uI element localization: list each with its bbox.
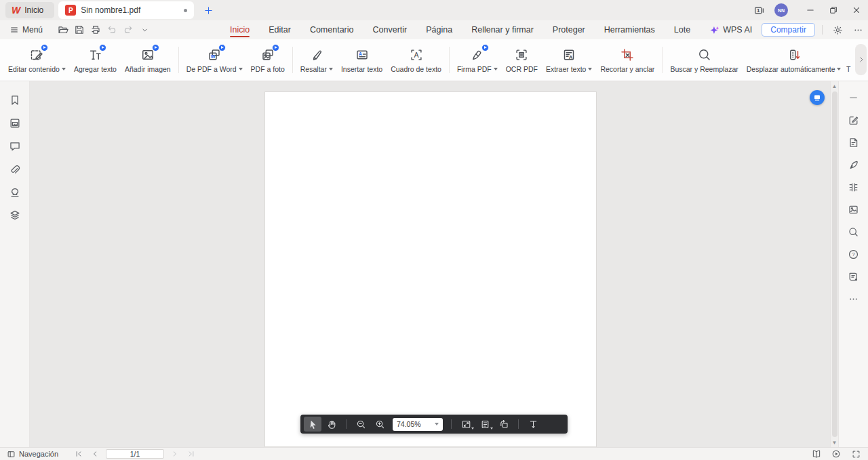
- document-summary-icon[interactable]: [847, 135, 861, 149]
- toolbar-button-extraer-texto[interactable]: AExtraer texto: [542, 39, 597, 81]
- more-options-icon[interactable]: [850, 22, 867, 37]
- toolbar-button-label: Resaltar: [300, 65, 327, 73]
- attachments-icon[interactable]: [8, 163, 22, 176]
- more-tools-icon[interactable]: [847, 292, 861, 306]
- minimize-button[interactable]: [799, 0, 822, 20]
- zoom-in-button[interactable]: [371, 417, 389, 432]
- dropdown-caret-icon: [471, 427, 474, 430]
- close-button[interactable]: [845, 0, 868, 20]
- first-page-button[interactable]: [73, 449, 84, 459]
- bookmarks-icon[interactable]: [8, 93, 22, 107]
- dropdown-caret-icon: [837, 68, 841, 70]
- expand-toolbar-button[interactable]: [855, 44, 867, 75]
- toolbar-button-añadir-imagen[interactable]: Añadir imagen: [121, 39, 175, 81]
- toolbar-button-desplazar-automáticamente[interactable]: Desplazar automáticamente: [743, 39, 846, 81]
- select-tool-button[interactable]: [304, 417, 321, 432]
- new-tab-button[interactable]: [203, 5, 214, 16]
- scroll-down-icon[interactable]: ▼: [832, 438, 837, 447]
- text-box-icon: A: [410, 48, 423, 62]
- next-page-button[interactable]: [170, 449, 180, 459]
- thumbnails-icon[interactable]: [8, 117, 22, 130]
- tab-herramientas[interactable]: Herramientas: [595, 20, 665, 39]
- toolbar-button-buscar-y-reemplazar[interactable]: Buscar y Reemplazar: [666, 39, 742, 81]
- tab-wps-ai[interactable]: WPS AI: [700, 20, 762, 39]
- toolbar-button-ocr-pdf[interactable]: OCR PDF: [502, 39, 542, 81]
- scroll-up-icon[interactable]: ▲: [832, 81, 837, 91]
- tab-count-icon[interactable]: 1: [753, 5, 765, 16]
- open-file-icon[interactable]: [55, 22, 71, 37]
- settings-gear-icon[interactable]: [829, 22, 847, 37]
- toolbar-button-cuadro-de-texto[interactable]: ACuadro de texto: [387, 39, 446, 81]
- save-icon[interactable]: [71, 22, 87, 37]
- toolbar-group-divider: [292, 47, 293, 73]
- reader-mode-icon[interactable]: [847, 270, 861, 283]
- menu-label: Menú: [22, 25, 43, 35]
- toolbar-button-editar-contenido[interactable]: Editar contenido: [4, 39, 70, 81]
- zoom-level-select[interactable]: 74.05%: [393, 418, 443, 431]
- tab-convertir[interactable]: Convertir: [363, 20, 417, 39]
- toolbar-button-recortar-y-anclar[interactable]: Recortar y anclar: [596, 39, 658, 81]
- svg-text:A: A: [414, 50, 419, 58]
- print-icon[interactable]: [87, 22, 104, 37]
- history-dropdown-icon[interactable]: [136, 22, 153, 37]
- navigation-panel-toggle[interactable]: Navegación: [7, 450, 58, 459]
- previous-page-button[interactable]: [90, 449, 100, 459]
- vertical-scrollbar[interactable]: ▲ ▼: [830, 81, 838, 447]
- image-panel-icon[interactable]: [847, 203, 861, 216]
- auto-scroll-pin-button[interactable]: [524, 417, 542, 432]
- tab-proteger[interactable]: Proteger: [543, 20, 595, 39]
- toolbar-button-firma-pdf[interactable]: Firma PDF: [453, 39, 502, 81]
- rotate-page-button[interactable]: [495, 417, 513, 432]
- ribbon-toolbar: Editar contenidoAgregar textoAñadir imag…: [0, 39, 868, 81]
- wps-assistant-button[interactable]: [810, 90, 825, 105]
- collapse-panel-icon[interactable]: [847, 91, 861, 104]
- search-icon[interactable]: [847, 225, 861, 238]
- quick-access-toolbar: [55, 22, 153, 37]
- main-menu-button[interactable]: Menú: [5, 22, 47, 37]
- restore-button[interactable]: [822, 0, 845, 20]
- toolbar-button-agregar-texto[interactable]: Agregar texto: [70, 39, 121, 81]
- hand-tool-button[interactable]: [323, 417, 340, 432]
- edit-note-icon[interactable]: [847, 113, 861, 127]
- document-tab[interactable]: P Sin nombre1.pdf: [58, 1, 194, 19]
- document-area[interactable]: 74.05%: [30, 81, 830, 447]
- help-icon[interactable]: ?: [847, 247, 861, 261]
- toolbar-button-pdf-a-foto[interactable]: PDF a foto: [247, 39, 289, 81]
- play-presentation-icon[interactable]: [831, 448, 842, 459]
- fit-page-button[interactable]: [457, 417, 475, 432]
- text-columns-icon[interactable]: [847, 180, 861, 194]
- page-indicator-input[interactable]: 1/1: [106, 449, 164, 459]
- tab-página[interactable]: Página: [416, 20, 462, 39]
- signatures-icon[interactable]: [8, 186, 22, 199]
- home-tab[interactable]: W Inicio: [5, 2, 54, 18]
- share-button[interactable]: Compartir: [762, 23, 815, 37]
- redo-icon[interactable]: [120, 22, 136, 37]
- tab-comentario[interactable]: Comentario: [300, 20, 363, 39]
- fullscreen-icon[interactable]: [850, 448, 861, 459]
- highlighter-icon: [310, 48, 323, 62]
- dropdown-caret-icon: [588, 68, 592, 70]
- toolbar-button-resaltar[interactable]: Resaltar: [296, 39, 337, 81]
- pdf-page[interactable]: [264, 91, 597, 447]
- tab-inicio[interactable]: Inicio: [220, 20, 259, 39]
- tab-rellenar-y-firmar[interactable]: Rellenar y firmar: [462, 20, 543, 39]
- undo-icon[interactable]: [104, 22, 120, 37]
- toolbar-button-label: Añadir imagen: [125, 65, 171, 73]
- tab-editar[interactable]: Editar: [259, 20, 300, 39]
- toolbar-button-insertar-texto[interactable]: AInsertar texto: [337, 39, 387, 81]
- last-page-button[interactable]: [186, 449, 197, 459]
- svg-text:A: A: [569, 54, 573, 60]
- comments-icon[interactable]: [8, 140, 22, 153]
- read-mode-icon[interactable]: [811, 448, 822, 459]
- pdf-file-icon: P: [65, 5, 76, 16]
- page-display-button[interactable]: [476, 417, 494, 432]
- scrollbar-thumb[interactable]: [832, 91, 837, 437]
- avatar[interactable]: NN: [774, 3, 788, 17]
- tab-lote[interactable]: Lote: [665, 20, 700, 39]
- sign-pen-icon[interactable]: [847, 158, 861, 171]
- zoom-out-button[interactable]: [352, 417, 370, 432]
- svg-text:1: 1: [757, 7, 760, 14]
- cutoff-toolbar-button[interactable]: T: [846, 65, 850, 73]
- toolbar-button-de-pdf-a-word[interactable]: WDe PDF a Word: [182, 39, 247, 81]
- layers-icon[interactable]: [8, 209, 22, 222]
